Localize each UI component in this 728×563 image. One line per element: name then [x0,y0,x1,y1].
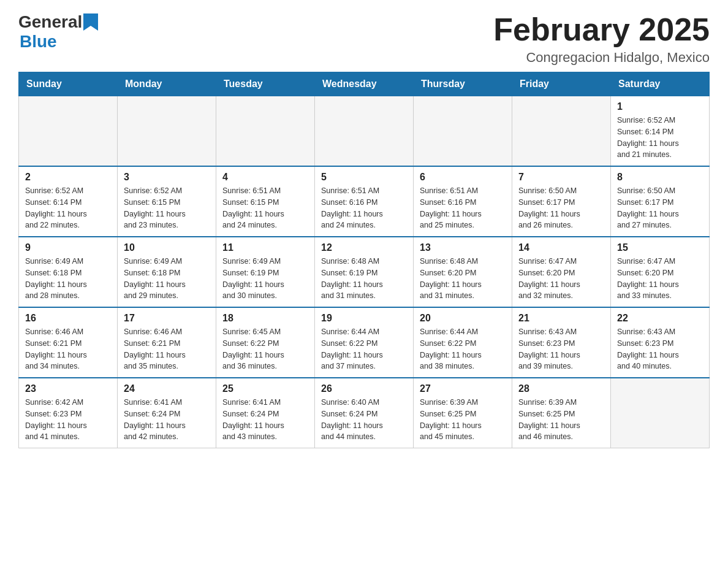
day-number: 9 [25,242,111,253]
table-row: 6Sunrise: 6:51 AM Sunset: 6:16 PM Daylig… [414,166,512,237]
day-number: 12 [321,242,407,253]
day-info: Sunrise: 6:48 AM Sunset: 6:19 PM Dayligh… [321,256,407,302]
day-info: Sunrise: 6:44 AM Sunset: 6:22 PM Dayligh… [420,326,506,372]
calendar-header-row: Sunday Monday Tuesday Wednesday Thursday… [19,72,710,96]
day-info: Sunrise: 6:43 AM Sunset: 6:23 PM Dayligh… [617,326,703,372]
day-number: 5 [321,172,407,183]
table-row [315,96,414,167]
table-row [118,96,216,167]
table-row: 17Sunrise: 6:46 AM Sunset: 6:21 PM Dayli… [118,307,216,378]
col-tuesday: Tuesday [216,72,315,96]
table-row: 8Sunrise: 6:50 AM Sunset: 6:17 PM Daylig… [611,166,710,237]
table-row: 4Sunrise: 6:51 AM Sunset: 6:15 PM Daylig… [216,166,315,237]
day-number: 2 [25,172,111,183]
day-info: Sunrise: 6:47 AM Sunset: 6:20 PM Dayligh… [518,256,604,302]
day-info: Sunrise: 6:51 AM Sunset: 6:15 PM Dayligh… [222,185,308,231]
day-number: 13 [420,242,506,253]
calendar-week-row: 2Sunrise: 6:52 AM Sunset: 6:14 PM Daylig… [19,166,710,237]
day-number: 28 [518,383,604,394]
day-number: 16 [25,313,111,324]
day-number: 17 [124,313,210,324]
table-row: 2Sunrise: 6:52 AM Sunset: 6:14 PM Daylig… [19,166,118,237]
calendar-table: Sunday Monday Tuesday Wednesday Thursday… [18,72,710,448]
day-number: 10 [124,242,210,253]
day-number: 6 [420,172,506,183]
day-number: 15 [617,242,703,253]
day-info: Sunrise: 6:50 AM Sunset: 6:17 PM Dayligh… [617,185,703,231]
calendar-week-row: 1Sunrise: 6:52 AM Sunset: 6:14 PM Daylig… [19,96,710,167]
day-info: Sunrise: 6:46 AM Sunset: 6:21 PM Dayligh… [124,326,210,372]
table-row: 3Sunrise: 6:52 AM Sunset: 6:15 PM Daylig… [118,166,216,237]
day-number: 27 [420,383,506,394]
day-number: 4 [222,172,308,183]
col-sunday: Sunday [19,72,118,96]
table-row: 12Sunrise: 6:48 AM Sunset: 6:19 PM Dayli… [315,237,414,307]
col-thursday: Thursday [414,72,512,96]
col-friday: Friday [512,72,611,96]
day-number: 20 [420,313,506,324]
day-info: Sunrise: 6:39 AM Sunset: 6:25 PM Dayligh… [420,397,506,443]
calendar-week-row: 23Sunrise: 6:42 AM Sunset: 6:23 PM Dayli… [19,378,710,448]
day-number: 3 [124,172,210,183]
day-number: 7 [518,172,604,183]
day-info: Sunrise: 6:43 AM Sunset: 6:23 PM Dayligh… [518,326,604,372]
table-row: 9Sunrise: 6:49 AM Sunset: 6:18 PM Daylig… [19,237,118,307]
calendar-week-row: 16Sunrise: 6:46 AM Sunset: 6:21 PM Dayli… [19,307,710,378]
logo-general: General [18,12,82,32]
table-row: 14Sunrise: 6:47 AM Sunset: 6:20 PM Dayli… [512,237,611,307]
table-row: 1Sunrise: 6:52 AM Sunset: 6:14 PM Daylig… [611,96,710,167]
day-number: 24 [124,383,210,394]
day-info: Sunrise: 6:49 AM Sunset: 6:18 PM Dayligh… [25,256,111,302]
month-title: February 2025 [493,12,710,47]
location-title: Congregacion Hidalgo, Mexico [493,50,710,66]
table-row [512,96,611,167]
table-row: 23Sunrise: 6:42 AM Sunset: 6:23 PM Dayli… [19,378,118,448]
col-wednesday: Wednesday [315,72,414,96]
table-row: 27Sunrise: 6:39 AM Sunset: 6:25 PM Dayli… [414,378,512,448]
col-monday: Monday [118,72,216,96]
calendar-week-row: 9Sunrise: 6:49 AM Sunset: 6:18 PM Daylig… [19,237,710,307]
col-saturday: Saturday [611,72,710,96]
day-number: 18 [222,313,308,324]
table-row: 16Sunrise: 6:46 AM Sunset: 6:21 PM Dayli… [19,307,118,378]
table-row [611,378,710,448]
day-info: Sunrise: 6:46 AM Sunset: 6:21 PM Dayligh… [25,326,111,372]
table-row: 18Sunrise: 6:45 AM Sunset: 6:22 PM Dayli… [216,307,315,378]
day-number: 21 [518,313,604,324]
title-section: February 2025 Congregacion Hidalgo, Mexi… [493,12,710,66]
table-row: 7Sunrise: 6:50 AM Sunset: 6:17 PM Daylig… [512,166,611,237]
day-number: 8 [617,172,703,183]
table-row [216,96,315,167]
day-info: Sunrise: 6:44 AM Sunset: 6:22 PM Dayligh… [321,326,407,372]
day-info: Sunrise: 6:42 AM Sunset: 6:23 PM Dayligh… [25,397,111,443]
table-row: 22Sunrise: 6:43 AM Sunset: 6:23 PM Dayli… [611,307,710,378]
day-info: Sunrise: 6:45 AM Sunset: 6:22 PM Dayligh… [222,326,308,372]
svg-marker-0 [83,13,98,31]
day-info: Sunrise: 6:49 AM Sunset: 6:18 PM Dayligh… [124,256,210,302]
day-number: 14 [518,242,604,253]
day-number: 22 [617,313,703,324]
day-info: Sunrise: 6:51 AM Sunset: 6:16 PM Dayligh… [321,185,407,231]
day-info: Sunrise: 6:52 AM Sunset: 6:15 PM Dayligh… [124,185,210,231]
day-info: Sunrise: 6:49 AM Sunset: 6:19 PM Dayligh… [222,256,308,302]
day-number: 1 [617,101,703,112]
table-row: 13Sunrise: 6:48 AM Sunset: 6:20 PM Dayli… [414,237,512,307]
table-row: 26Sunrise: 6:40 AM Sunset: 6:24 PM Dayli… [315,378,414,448]
day-number: 25 [222,383,308,394]
day-info: Sunrise: 6:51 AM Sunset: 6:16 PM Dayligh… [420,185,506,231]
day-number: 26 [321,383,407,394]
day-info: Sunrise: 6:47 AM Sunset: 6:20 PM Dayligh… [617,256,703,302]
table-row [414,96,512,167]
day-number: 11 [222,242,308,253]
table-row: 5Sunrise: 6:51 AM Sunset: 6:16 PM Daylig… [315,166,414,237]
table-row: 21Sunrise: 6:43 AM Sunset: 6:23 PM Dayli… [512,307,611,378]
logo-blue: Blue [20,32,99,52]
table-row [19,96,118,167]
logo: General Blue [18,12,99,52]
day-info: Sunrise: 6:52 AM Sunset: 6:14 PM Dayligh… [25,185,111,231]
day-info: Sunrise: 6:52 AM Sunset: 6:14 PM Dayligh… [617,115,703,161]
table-row: 28Sunrise: 6:39 AM Sunset: 6:25 PM Dayli… [512,378,611,448]
day-info: Sunrise: 6:41 AM Sunset: 6:24 PM Dayligh… [124,397,210,443]
day-info: Sunrise: 6:50 AM Sunset: 6:17 PM Dayligh… [518,185,604,231]
day-info: Sunrise: 6:41 AM Sunset: 6:24 PM Dayligh… [222,397,308,443]
